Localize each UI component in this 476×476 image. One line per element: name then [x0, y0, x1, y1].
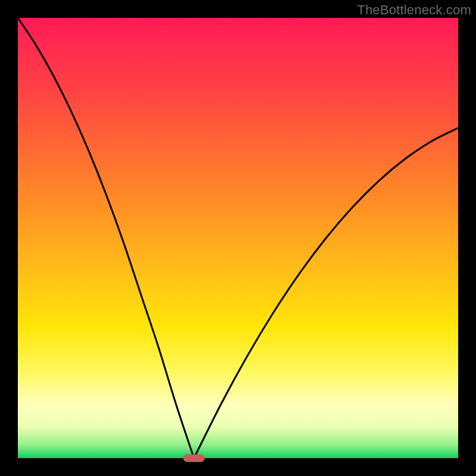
left-branch-curve — [18, 18, 194, 458]
plot-area — [18, 18, 458, 458]
bottleneck-marker — [183, 455, 205, 462]
right-branch-curve — [194, 128, 458, 458]
curve-layer — [18, 18, 458, 458]
watermark-text: TheBottleneck.com — [357, 2, 471, 18]
chart-frame: TheBottleneck.com — [0, 0, 476, 476]
